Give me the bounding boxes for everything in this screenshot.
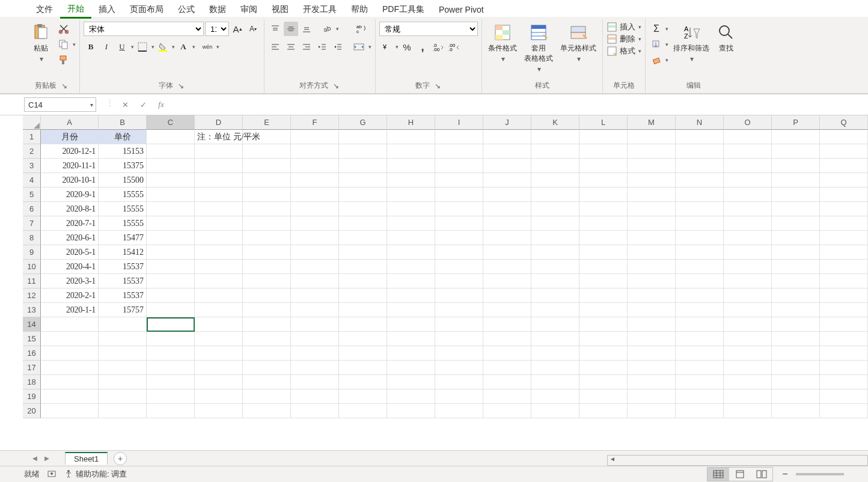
cell[interactable]	[483, 389, 531, 404]
row-header[interactable]: 20	[23, 404, 41, 418]
cell[interactable]: 15153	[99, 144, 147, 159]
cell[interactable]	[772, 317, 820, 332]
formula-input[interactable]	[175, 97, 868, 112]
cell[interactable]: 15537	[99, 274, 147, 288]
cell[interactable]	[339, 188, 387, 202]
view-normal-button[interactable]	[708, 468, 729, 481]
cell[interactable]	[820, 361, 868, 375]
cell[interactable]	[724, 216, 772, 231]
cell[interactable]	[579, 159, 628, 173]
tab-insert[interactable]: 插入	[91, 2, 123, 17]
cell[interactable]	[628, 173, 676, 188]
row-header[interactable]: 10	[23, 260, 41, 274]
cell[interactable]	[41, 346, 99, 361]
cell[interactable]	[435, 231, 483, 245]
cell[interactable]	[772, 274, 820, 288]
tab-formula[interactable]: 公式	[171, 2, 202, 17]
cell[interactable]	[724, 389, 772, 404]
cell[interactable]	[147, 361, 195, 375]
cell[interactable]	[676, 317, 724, 332]
font-name-select[interactable]: 宋体	[84, 22, 204, 36]
cell[interactable]: 15537	[99, 288, 147, 303]
cell[interactable]	[435, 188, 483, 202]
cell[interactable]	[772, 303, 820, 317]
cell[interactable]	[387, 346, 435, 361]
cell[interactable]	[435, 173, 483, 188]
cell[interactable]	[531, 216, 579, 231]
cell[interactable]	[195, 317, 243, 332]
cell[interactable]	[772, 389, 820, 404]
cell[interactable]	[387, 159, 435, 173]
cell[interactable]	[147, 188, 195, 202]
macro-record-icon[interactable]	[47, 469, 57, 480]
accounting-format-button[interactable]: ¥	[379, 40, 394, 54]
cell[interactable]	[579, 317, 628, 332]
cell[interactable]	[387, 216, 435, 231]
cell[interactable]	[772, 346, 820, 361]
font-size-select[interactable]: 11	[205, 22, 229, 36]
tab-powerpivot[interactable]: Power Pivot	[432, 2, 491, 17]
font-color-button[interactable]: A	[176, 40, 191, 54]
cell[interactable]	[531, 317, 579, 332]
cell[interactable]	[531, 361, 579, 375]
cell[interactable]	[820, 216, 868, 231]
cell[interactable]	[243, 202, 291, 216]
cell[interactable]	[387, 361, 435, 375]
copy-button[interactable]	[57, 37, 71, 52]
cell[interactable]	[339, 389, 387, 404]
cell[interactable]	[339, 317, 387, 332]
cell[interactable]	[579, 245, 628, 260]
cell[interactable]	[772, 260, 820, 274]
cell[interactable]	[291, 202, 339, 216]
cell[interactable]	[195, 375, 243, 389]
cell[interactable]	[531, 130, 579, 144]
cell[interactable]	[772, 361, 820, 375]
align-middle-button[interactable]	[284, 22, 298, 36]
cell[interactable]	[243, 188, 291, 202]
cell[interactable]	[628, 346, 676, 361]
cell[interactable]	[387, 317, 435, 332]
cell[interactable]	[195, 159, 243, 173]
cell[interactable]	[628, 332, 676, 346]
cell[interactable]: 月份	[41, 130, 99, 144]
cell[interactable]	[820, 231, 868, 245]
cell[interactable]	[291, 144, 339, 159]
cell[interactable]	[483, 260, 531, 274]
cell[interactable]	[147, 159, 195, 173]
cell[interactable]	[531, 231, 579, 245]
cell[interactable]	[772, 130, 820, 144]
cell[interactable]	[147, 317, 195, 332]
cell[interactable]	[291, 404, 339, 418]
conditional-format-button[interactable]: 条件格式▾	[486, 22, 519, 64]
cell[interactable]	[820, 303, 868, 317]
clipboard-launcher-icon[interactable]: ↘	[60, 82, 69, 90]
row-header[interactable]: 13	[23, 303, 41, 317]
cell[interactable]	[628, 361, 676, 375]
cell[interactable]	[483, 274, 531, 288]
cell[interactable]	[820, 389, 868, 404]
tab-data[interactable]: 数据	[202, 2, 233, 17]
cell[interactable]	[147, 389, 195, 404]
cell[interactable]	[339, 202, 387, 216]
cell[interactable]	[387, 202, 435, 216]
cell[interactable]	[435, 202, 483, 216]
cell[interactable]	[435, 375, 483, 389]
col-header[interactable]: M	[628, 115, 676, 130]
cell[interactable]	[435, 144, 483, 159]
cell[interactable]	[483, 317, 531, 332]
autosum-button[interactable]: Σ	[649, 22, 664, 36]
cell[interactable]	[147, 375, 195, 389]
format-cells-button[interactable]: 格式▾	[607, 46, 641, 56]
cell[interactable]	[483, 332, 531, 346]
cell[interactable]	[628, 144, 676, 159]
cell[interactable]	[676, 245, 724, 260]
cell[interactable]	[820, 288, 868, 303]
cell[interactable]	[339, 404, 387, 418]
col-header[interactable]: A	[41, 115, 99, 130]
cell[interactable]	[724, 317, 772, 332]
fill-button[interactable]	[649, 37, 664, 52]
align-center-button[interactable]	[284, 40, 298, 54]
cell[interactable]	[435, 216, 483, 231]
cell[interactable]	[579, 361, 628, 375]
cell[interactable]	[435, 404, 483, 418]
